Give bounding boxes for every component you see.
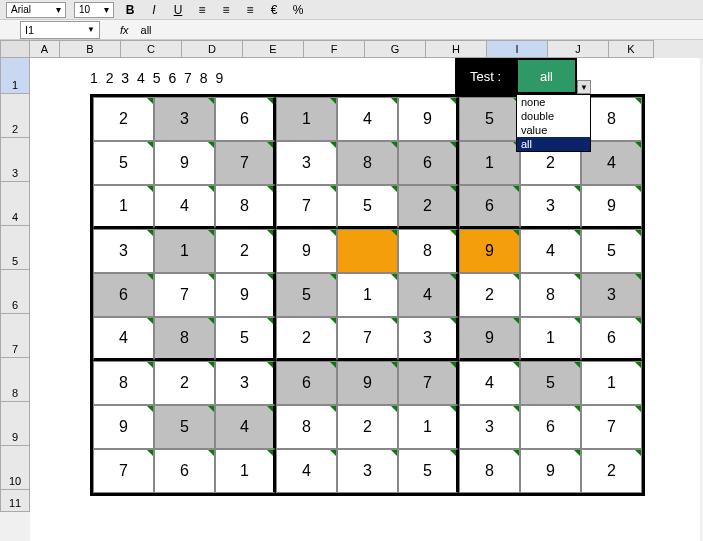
sudoku-cell[interactable]: 6 bbox=[93, 273, 154, 317]
sudoku-cell[interactable]: 3 bbox=[398, 317, 459, 361]
sudoku-cell[interactable]: 6 bbox=[520, 405, 581, 449]
align-left-icon[interactable]: ≡ bbox=[194, 2, 210, 18]
sudoku-cell[interactable]: 9 bbox=[276, 229, 337, 273]
sudoku-cell[interactable]: 4 bbox=[520, 229, 581, 273]
sudoku-cell[interactable]: 3 bbox=[459, 405, 520, 449]
row-header[interactable]: 11 bbox=[0, 490, 30, 512]
sudoku-cell[interactable]: 3 bbox=[520, 185, 581, 229]
col-header[interactable]: E bbox=[243, 40, 304, 58]
sudoku-cell[interactable]: 1 bbox=[93, 185, 154, 229]
dropdown-arrow-icon[interactable]: ▼ bbox=[577, 80, 591, 94]
sudoku-cell[interactable]: 5 bbox=[215, 317, 276, 361]
sudoku-cell[interactable]: 4 bbox=[215, 405, 276, 449]
sudoku-cell[interactable]: 5 bbox=[459, 97, 520, 141]
sudoku-cell[interactable]: 8 bbox=[398, 229, 459, 273]
row-header[interactable]: 3 bbox=[0, 138, 30, 182]
sudoku-cell[interactable]: 9 bbox=[93, 405, 154, 449]
sudoku-cell[interactable]: 8 bbox=[520, 273, 581, 317]
sudoku-cell[interactable]: 3 bbox=[581, 273, 642, 317]
sudoku-cell[interactable]: 4 bbox=[398, 273, 459, 317]
row-header[interactable]: 2 bbox=[0, 94, 30, 138]
sudoku-cell[interactable]: 7 bbox=[398, 361, 459, 405]
sudoku-cell[interactable]: 3 bbox=[337, 449, 398, 493]
sudoku-cell[interactable]: 8 bbox=[93, 361, 154, 405]
sudoku-cell[interactable]: 5 bbox=[276, 273, 337, 317]
sudoku-cell[interactable]: 5 bbox=[520, 361, 581, 405]
sudoku-cell[interactable]: 7 bbox=[581, 405, 642, 449]
col-header[interactable]: C bbox=[121, 40, 182, 58]
validation-cell[interactable]: all bbox=[516, 58, 577, 94]
sudoku-cell[interactable]: 6 bbox=[459, 185, 520, 229]
sudoku-cell[interactable]: 2 bbox=[93, 97, 154, 141]
sudoku-cell[interactable]: 2 bbox=[215, 229, 276, 273]
sudoku-cell[interactable]: 2 bbox=[459, 273, 520, 317]
sudoku-cell[interactable]: 8 bbox=[154, 317, 215, 361]
sudoku-cell[interactable]: 1 bbox=[154, 229, 215, 273]
sudoku-cell[interactable]: 9 bbox=[520, 449, 581, 493]
select-all-corner[interactable] bbox=[0, 40, 30, 58]
row-header[interactable]: 4 bbox=[0, 182, 30, 226]
row-header[interactable]: 9 bbox=[0, 402, 30, 446]
col-header[interactable]: F bbox=[304, 40, 365, 58]
sudoku-cell[interactable]: 1 bbox=[337, 273, 398, 317]
dropdown-option[interactable]: value bbox=[517, 123, 590, 137]
sudoku-cell[interactable]: 6 bbox=[276, 361, 337, 405]
sudoku-cell[interactable]: 4 bbox=[459, 361, 520, 405]
font-size-box[interactable]: 10▾ bbox=[74, 2, 114, 18]
sudoku-cell[interactable]: 6 bbox=[154, 449, 215, 493]
sudoku-cell[interactable]: 6 bbox=[215, 97, 276, 141]
sudoku-cell[interactable]: 5 bbox=[581, 229, 642, 273]
fx-label[interactable]: fx bbox=[120, 24, 129, 36]
cell-area[interactable]: 1 2 3 4 5 6 7 8 9 Test : all ▼ none doub… bbox=[30, 58, 700, 541]
sudoku-cell[interactable]: 1 bbox=[276, 97, 337, 141]
sudoku-cell[interactable]: 7 bbox=[93, 449, 154, 493]
validation-dropdown[interactable]: none double value all bbox=[516, 94, 591, 152]
sudoku-cell[interactable]: 4 bbox=[337, 97, 398, 141]
name-box[interactable]: I1 ▼ bbox=[20, 21, 100, 39]
sudoku-cell[interactable]: 7 bbox=[276, 185, 337, 229]
sudoku-cell[interactable]: 8 bbox=[459, 449, 520, 493]
dropdown-option[interactable]: double bbox=[517, 109, 590, 123]
align-center-icon[interactable]: ≡ bbox=[218, 2, 234, 18]
sudoku-cell[interactable]: 4 bbox=[154, 185, 215, 229]
row-header[interactable]: 8 bbox=[0, 358, 30, 402]
row-header[interactable]: 1 bbox=[0, 58, 30, 94]
align-right-icon[interactable]: ≡ bbox=[242, 2, 258, 18]
sudoku-cell[interactable]: 2 bbox=[276, 317, 337, 361]
sudoku-cell[interactable]: 9 bbox=[581, 185, 642, 229]
sudoku-cell[interactable]: 9 bbox=[459, 317, 520, 361]
sudoku-cell[interactable]: 2 bbox=[154, 361, 215, 405]
percent-icon[interactable]: % bbox=[290, 2, 306, 18]
sudoku-cell[interactable]: 1 bbox=[215, 449, 276, 493]
sudoku-cell[interactable]: 4 bbox=[276, 449, 337, 493]
sudoku-cell[interactable]: 5 bbox=[93, 141, 154, 185]
sudoku-cell[interactable]: 2 bbox=[337, 405, 398, 449]
dropdown-option[interactable]: all bbox=[517, 137, 590, 151]
col-header[interactable]: I bbox=[487, 40, 548, 58]
sudoku-cell[interactable]: 3 bbox=[154, 97, 215, 141]
sudoku-cell[interactable]: 8 bbox=[215, 185, 276, 229]
dropdown-option[interactable]: none bbox=[517, 95, 590, 109]
sudoku-cell[interactable]: 9 bbox=[154, 141, 215, 185]
sudoku-cell[interactable]: 1 bbox=[520, 317, 581, 361]
sudoku-cell[interactable]: 1 bbox=[398, 405, 459, 449]
sudoku-cell[interactable]: 7 bbox=[337, 317, 398, 361]
sudoku-cell[interactable]: 8 bbox=[276, 405, 337, 449]
sudoku-cell[interactable]: 4 bbox=[93, 317, 154, 361]
sudoku-cell[interactable]: 5 bbox=[398, 449, 459, 493]
sudoku-cell[interactable]: 9 bbox=[337, 361, 398, 405]
sudoku-cell[interactable]: 6 bbox=[581, 317, 642, 361]
col-header[interactable]: K bbox=[609, 40, 654, 58]
row-header[interactable]: 5 bbox=[0, 226, 30, 270]
sudoku-cell[interactable]: 9 bbox=[459, 229, 520, 273]
row-header[interactable]: 7 bbox=[0, 314, 30, 358]
sudoku-cell[interactable]: 2 bbox=[581, 449, 642, 493]
col-header[interactable]: D bbox=[182, 40, 243, 58]
sudoku-cell[interactable]: 7 bbox=[215, 141, 276, 185]
sudoku-cell[interactable]: 8 bbox=[337, 141, 398, 185]
sudoku-cell[interactable]: 3 bbox=[93, 229, 154, 273]
sudoku-cell[interactable]: 1 bbox=[459, 141, 520, 185]
underline-icon[interactable]: U bbox=[170, 2, 186, 18]
italic-icon[interactable]: I bbox=[146, 2, 162, 18]
formula-value[interactable]: all bbox=[141, 24, 152, 36]
